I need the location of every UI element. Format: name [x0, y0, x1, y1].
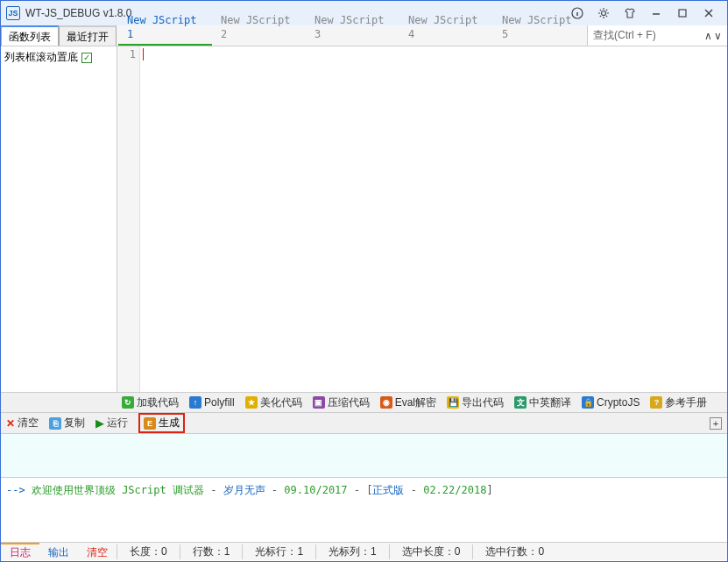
export-button[interactable]: 💾导出代码 [447, 395, 504, 410]
window-title: WT-JS_DEBUG v1.8.0 [25, 7, 131, 19]
output-panel[interactable] [1, 434, 727, 478]
cursor-icon [143, 48, 144, 60]
tab-recent[interactable]: 最近打开 [59, 25, 117, 46]
statusbar: 日志 输出 清空 长度：0 行数：1 光标行：1 光标列：1 选中长度：0 选中… [1, 543, 727, 560]
output-toolbar: ✕清空 ⎘复制 ▶运行 E生成 + [1, 413, 727, 434]
box-icon: ▣ [313, 396, 325, 409]
svg-line-11 [606, 10, 607, 11]
beautify-button[interactable]: ★美化代码 [245, 395, 302, 410]
load-code-button[interactable]: ↻加载代码 [122, 395, 179, 410]
shield-icon: ◉ [380, 396, 392, 409]
status-cursor-col: 光标列：1 [315, 544, 389, 559]
editor-tab-4[interactable]: New JScript 4 [399, 11, 493, 46]
search-next-icon[interactable]: ∨ [714, 30, 722, 42]
polyfill-button[interactable]: ↑Polyfill [189, 396, 235, 409]
top-toolbar: 函数列表 最近打开 New JScript 1 New JScript 2 Ne… [1, 25, 727, 46]
translate-icon: 文 [514, 396, 527, 409]
status-sel-length: 选中长度：0 [389, 544, 473, 559]
tab-functions[interactable]: 函数列表 [1, 25, 59, 46]
clear-log-button[interactable]: 清空 [78, 543, 117, 561]
translate-button[interactable]: 文中英翻译 [514, 395, 571, 410]
play-icon: ▶ [95, 416, 104, 430]
tab-log[interactable]: 日志 [1, 543, 39, 561]
help-icon: ? [650, 396, 662, 409]
sidebar: 列表框滚动置底 ✓ [1, 46, 117, 392]
upload-icon: ↑ [189, 396, 201, 409]
svg-line-8 [600, 10, 601, 11]
editor-tab-2[interactable]: New JScript 2 [212, 11, 306, 46]
generate-button[interactable]: E生成 [138, 413, 185, 433]
copy-icon: ⎘ [49, 417, 61, 430]
scroll-bottom-checkbox[interactable]: 列表框滚动置底 ✓ [4, 50, 113, 65]
compress-button[interactable]: ▣压缩代码 [313, 395, 370, 410]
status-sel-lines: 选中行数：0 [472, 544, 556, 559]
code-editor[interactable]: 1 [117, 46, 727, 392]
status-length: 长度：0 [117, 544, 180, 559]
svg-rect-13 [679, 10, 686, 17]
minimize-button[interactable] [643, 4, 669, 22]
editor-tab-3[interactable]: New JScript 3 [306, 11, 399, 46]
tab-output[interactable]: 输出 [39, 543, 78, 561]
maximize-button[interactable] [669, 4, 696, 22]
svg-point-3 [602, 11, 606, 16]
checkbox-icon: ✓ [81, 53, 92, 63]
sidebar-check-label: 列表框滚动置底 [4, 50, 78, 65]
search-placeholder: 查找(Ctrl + F) [593, 28, 656, 43]
editor-tab-5[interactable]: New JScript 5 [493, 11, 587, 46]
eval-button[interactable]: ◉Eval解密 [380, 395, 436, 410]
editor-tab-1[interactable]: New JScript 1 [118, 11, 212, 46]
status-cursor-line: 光标行：1 [242, 544, 315, 559]
add-button[interactable]: + [710, 417, 722, 430]
app-icon: JS [6, 6, 20, 20]
side-tabs: 函数列表 最近打开 [1, 25, 117, 46]
line-number: 1 [121, 48, 136, 60]
gen-icon: E [144, 417, 156, 430]
lock-icon: 🔒 [582, 396, 594, 409]
x-icon: ✕ [6, 417, 15, 430]
help-button[interactable]: ?参考手册 [650, 395, 707, 410]
search-prev-icon[interactable]: ∧ [704, 30, 712, 42]
status-lines: 行数：1 [180, 544, 243, 559]
save-icon: 💾 [447, 396, 459, 409]
crypto-button[interactable]: 🔒CryptoJS [582, 396, 640, 409]
clear-output-button[interactable]: ✕清空 [6, 416, 39, 430]
svg-line-9 [606, 16, 607, 17]
mid-toolbar: ↻加载代码 ↑Polyfill ★美化代码 ▣压缩代码 ◉Eval解密 💾导出代… [1, 392, 727, 413]
line-gutter: 1 [117, 46, 140, 392]
star-icon: ★ [245, 396, 258, 409]
close-button[interactable] [696, 4, 722, 22]
run-button[interactable]: ▶运行 [95, 416, 128, 430]
svg-line-10 [600, 16, 601, 17]
log-panel: --> 欢迎使用世界顶级 JScript 调试器 - 岁月无声 - 09.10/… [1, 478, 727, 543]
body: 列表框滚动置底 ✓ 1 [1, 46, 727, 392]
settings-icon[interactable] [590, 4, 617, 22]
editor-tabs: New JScript 1 New JScript 2 New JScript … [118, 25, 587, 46]
shirt-icon[interactable] [617, 4, 643, 22]
refresh-icon: ↻ [122, 396, 134, 409]
code-area[interactable] [140, 46, 727, 392]
copy-button[interactable]: ⎘复制 [49, 416, 85, 430]
search-input[interactable]: 查找(Ctrl + F) ∧ ∨ [587, 25, 727, 46]
